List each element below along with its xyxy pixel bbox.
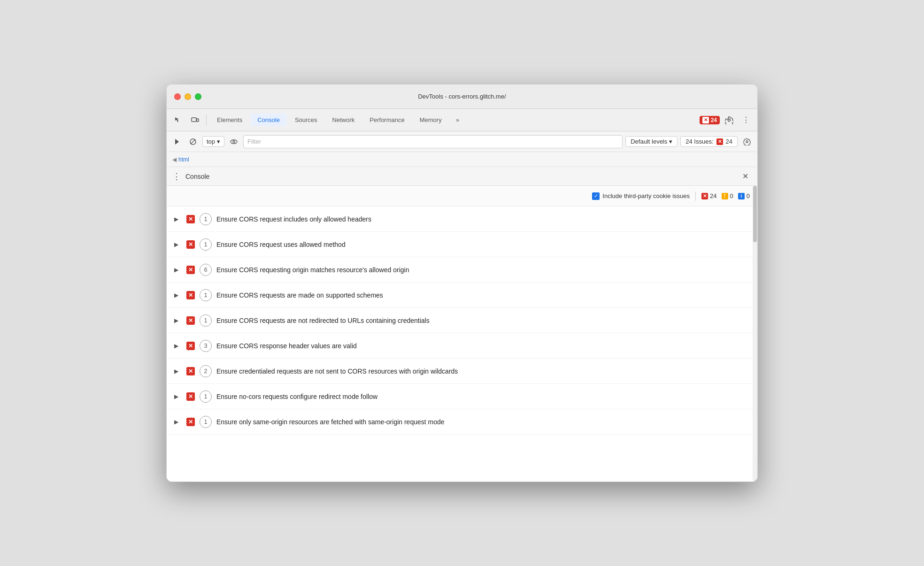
info-count-item: i 0	[738, 192, 750, 199]
warn-count-num: 0	[730, 192, 733, 199]
console-close-button[interactable]: ✕	[739, 170, 752, 183]
issue-text: Ensure CORS request includes only allowe…	[216, 215, 371, 223]
tab-elements[interactable]: Elements	[210, 114, 249, 126]
svg-point-5	[231, 140, 237, 144]
issue-error-icon: ✕	[186, 367, 195, 375]
issue-text: Ensure CORS requests are not redirected …	[216, 317, 430, 324]
main-toolbar: Elements Console Sources Network Perform…	[167, 109, 757, 131]
third-party-cookie-checkbox[interactable]: Include third-party cookie issues	[592, 192, 690, 200]
minimize-button[interactable]	[185, 93, 191, 100]
checkbox-label-text: Include third-party cookie issues	[602, 192, 690, 199]
issue-count-badge: 3	[200, 340, 212, 352]
more-tabs-button[interactable]: »	[450, 113, 465, 128]
breadcrumb-back-arrow[interactable]: ◀	[172, 156, 177, 163]
log-levels-label: Default levels	[631, 138, 667, 145]
issue-count-badge: 2	[200, 365, 212, 377]
tab-console[interactable]: Console	[251, 114, 286, 126]
issue-row[interactable]: ▶ ✕ 1 Ensure CORS request includes only …	[167, 207, 757, 232]
console-panel-header: ⋮ Console ✕	[167, 167, 757, 186]
maximize-button[interactable]	[195, 93, 201, 100]
warn-count-item: ! 0	[722, 192, 733, 199]
issue-text: Ensure only same-origin resources are fe…	[216, 418, 445, 426]
scrollbar-thumb[interactable]	[753, 186, 757, 242]
scrollbar[interactable]	[753, 186, 757, 482]
inspect-element-button[interactable]	[170, 113, 185, 128]
issue-text: Ensure CORS requesting origin matches re…	[216, 266, 409, 274]
issues-x-icon: ✕	[716, 138, 723, 145]
expand-arrow: ▶	[174, 267, 182, 273]
context-label: top	[207, 138, 215, 145]
context-dropdown-arrow: ▾	[217, 138, 220, 145]
issue-error-icon: ✕	[186, 266, 195, 274]
tab-performance[interactable]: Performance	[363, 114, 411, 126]
issues-label: 24 Issues:	[685, 138, 713, 145]
issues-counts: ✕ 24 ! 0 i 0	[701, 192, 750, 199]
issue-count-badge: 1	[200, 314, 212, 327]
more-menu-icon: ⋮	[742, 115, 750, 124]
tab-network[interactable]: Network	[326, 114, 362, 126]
issue-count-badge: 1	[200, 238, 212, 251]
issue-row[interactable]: ▶ ✕ 1 Ensure CORS requests are not redir…	[167, 308, 757, 333]
issue-text: Ensure CORS response header values are v…	[216, 342, 357, 350]
log-levels-button[interactable]: Default levels ▾	[625, 136, 678, 147]
context-selector[interactable]: top ▾	[202, 136, 224, 147]
block-button[interactable]	[186, 135, 200, 148]
close-button[interactable]	[174, 93, 181, 100]
issue-text: Ensure CORS requests are made on support…	[216, 291, 383, 299]
svg-rect-0	[192, 118, 196, 122]
console-menu-icon[interactable]: ⋮	[172, 171, 181, 182]
issue-row[interactable]: ▶ ✕ 1 Ensure only same-origin resources …	[167, 409, 757, 435]
issue-count-badge: 1	[200, 390, 212, 403]
error-count-num: 24	[710, 192, 716, 199]
expand-arrow: ▶	[174, 241, 182, 248]
issue-row[interactable]: ▶ ✕ 3 Ensure CORS response header values…	[167, 333, 757, 359]
eye-button[interactable]	[227, 135, 240, 148]
issue-error-icon: ✕	[186, 418, 195, 426]
tab-sources[interactable]: Sources	[288, 114, 324, 126]
issue-row[interactable]: ▶ ✕ 2 Ensure credentialed requests are n…	[167, 359, 757, 384]
error-count-badge[interactable]: ✕ 24	[700, 116, 720, 124]
console-settings-button[interactable]	[740, 135, 754, 148]
issue-row[interactable]: ▶ ✕ 6 Ensure CORS requesting origin matc…	[167, 257, 757, 283]
expand-arrow: ▶	[174, 393, 182, 400]
issues-panel: Include third-party cookie issues ✕ 24 !…	[167, 186, 757, 482]
checkbox-checked	[592, 192, 600, 200]
issues-count-badge[interactable]: 24 Issues: ✕ 24	[680, 136, 738, 147]
console-panel-title: Console	[185, 173, 209, 180]
tab-memory[interactable]: Memory	[413, 114, 448, 126]
issue-row[interactable]: ▶ ✕ 1 Ensure CORS requests are made on s…	[167, 283, 757, 308]
issue-count-badge: 1	[200, 213, 212, 225]
issue-count-badge: 6	[200, 264, 212, 276]
breadcrumb-html[interactable]: html	[178, 156, 189, 163]
settings-button[interactable]	[722, 113, 737, 128]
expand-arrow: ▶	[174, 317, 182, 324]
issue-text: Ensure CORS request uses allowed method	[216, 241, 346, 248]
window-title: DevTools - cors-errors.glitch.me/	[418, 93, 506, 100]
issues-toolbar-sep	[695, 191, 696, 201]
filter-input[interactable]	[243, 135, 623, 148]
issue-error-icon: ✕	[186, 342, 195, 350]
issue-row[interactable]: ▶ ✕ 1 Ensure no-cors requests configure …	[167, 384, 757, 409]
error-count-icon: ✕	[701, 193, 708, 199]
window-controls	[174, 93, 201, 100]
run-button[interactable]	[170, 135, 184, 148]
error-count-value: 24	[711, 117, 717, 123]
more-menu-button[interactable]: ⋮	[739, 113, 754, 128]
console-toolbar: top ▾ Default levels ▾ 24 Issues: ✕ 24	[167, 131, 757, 152]
breadcrumb: ◀ html	[167, 152, 757, 167]
toolbar-separator	[206, 115, 207, 126]
issue-error-icon: ✕	[186, 291, 195, 299]
device-toolbar-button[interactable]	[187, 113, 202, 128]
svg-marker-2	[175, 139, 179, 145]
issue-row[interactable]: ▶ ✕ 1 Ensure CORS request uses allowed m…	[167, 232, 757, 257]
log-levels-arrow: ▾	[669, 138, 672, 145]
info-count-num: 0	[747, 192, 750, 199]
issue-text: Ensure credentialed requests are not sen…	[216, 367, 458, 375]
issue-error-icon: ✕	[186, 392, 195, 401]
issue-error-icon: ✕	[186, 215, 195, 223]
titlebar: DevTools - cors-errors.glitch.me/	[167, 84, 757, 109]
error-x-icon: ✕	[702, 117, 709, 123]
error-count-item: ✕ 24	[701, 192, 716, 199]
svg-line-4	[191, 139, 195, 144]
expand-arrow: ▶	[174, 216, 182, 222]
